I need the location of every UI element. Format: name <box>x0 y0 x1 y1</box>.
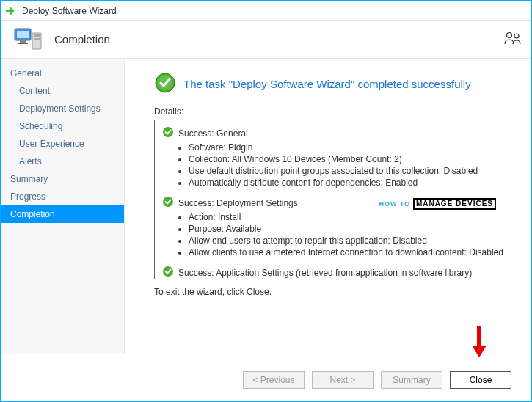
section-list: Software: PidginCollection: All Windows … <box>162 142 506 189</box>
svg-rect-6 <box>34 38 40 40</box>
computer-icon <box>13 26 45 54</box>
list-item: Use default distribution point groups as… <box>189 165 506 177</box>
svg-rect-5 <box>34 34 40 37</box>
wizard-window: Deploy Software Wizard Completion <box>0 0 532 402</box>
sidebar-item-content[interactable]: Content <box>1 82 124 100</box>
check-icon <box>162 126 174 140</box>
success-check-icon <box>154 72 176 96</box>
list-item: Collection: All Windows 10 Devices (Memb… <box>189 153 506 165</box>
sidebar-item-alerts[interactable]: Alerts <box>1 153 124 170</box>
details-section: Success: GeneralSoftware: PidginCollecti… <box>162 126 506 189</box>
page-title: Completion <box>54 33 110 45</box>
section-title: Success: Application Settings (retrieved… <box>178 268 472 278</box>
list-item: Action: Install <box>189 211 506 223</box>
details-label: Details: <box>154 106 514 117</box>
sidebar-item-user-experience[interactable]: User Experience <box>1 135 124 153</box>
details-box[interactable]: Success: GeneralSoftware: PidginCollecti… <box>154 120 514 279</box>
svg-point-7 <box>507 33 512 38</box>
sidebar-item-progress[interactable]: Progress <box>1 188 124 205</box>
sidebar-item-general[interactable]: General <box>1 65 124 82</box>
body: GeneralContentDeployment SettingsSchedul… <box>1 59 531 354</box>
check-icon <box>162 266 174 279</box>
success-row: The task "Deploy Software Wizard" comple… <box>154 72 514 96</box>
sidebar: GeneralContentDeployment SettingsSchedul… <box>1 59 125 354</box>
annotation-arrow-icon <box>470 325 488 361</box>
sidebar-item-scheduling[interactable]: Scheduling <box>1 117 124 135</box>
list-item: Automatically distribute content for dep… <box>189 177 506 189</box>
success-message: The task "Deploy Software Wizard" comple… <box>183 78 471 90</box>
header: Completion <box>1 21 531 59</box>
svg-rect-2 <box>20 40 26 43</box>
sidebar-item-summary[interactable]: Summary <box>1 170 124 188</box>
previous-button: < Previous <box>243 371 305 389</box>
sidebar-item-completion[interactable]: Completion <box>1 205 124 223</box>
footer: < Previous Next > Summary Close <box>1 354 531 398</box>
deploy-arrow-icon <box>6 6 19 16</box>
svg-rect-3 <box>18 43 28 44</box>
check-icon <box>162 196 174 210</box>
sidebar-item-deployment-settings[interactable]: Deployment Settings <box>1 100 124 117</box>
section-title: Success: General <box>178 128 248 139</box>
exit-message: To exit the wizard, click Close. <box>154 287 514 297</box>
close-button[interactable]: Close <box>450 371 511 389</box>
svg-rect-1 <box>17 31 29 38</box>
section-head: Success: Application Settings (retrieved… <box>162 266 506 279</box>
watermark: HOW TO MANAGE DEVICES <box>379 198 496 210</box>
list-item: Allow end users to attempt to repair thi… <box>189 235 506 246</box>
window-title: Deploy Software Wizard <box>22 6 117 16</box>
section-title: Success: Deployment Settings <box>178 198 298 208</box>
list-item: Allow clients to use a metered Internet … <box>189 246 506 258</box>
svg-point-8 <box>514 34 519 38</box>
titlebar: Deploy Software Wizard <box>1 1 531 21</box>
section-head: Success: General <box>162 126 506 140</box>
list-item: Purpose: Available <box>189 223 506 235</box>
next-button: Next > <box>312 371 374 389</box>
summary-button: Summary <box>381 371 442 389</box>
list-item: Software: Pidgin <box>189 142 506 153</box>
content: The task "Deploy Software Wizard" comple… <box>125 59 531 354</box>
people-icon <box>504 31 522 48</box>
section-list: Action: InstallPurpose: AvailableAllow e… <box>162 211 506 258</box>
details-section: Success: Application Settings (retrieved… <box>162 266 506 279</box>
